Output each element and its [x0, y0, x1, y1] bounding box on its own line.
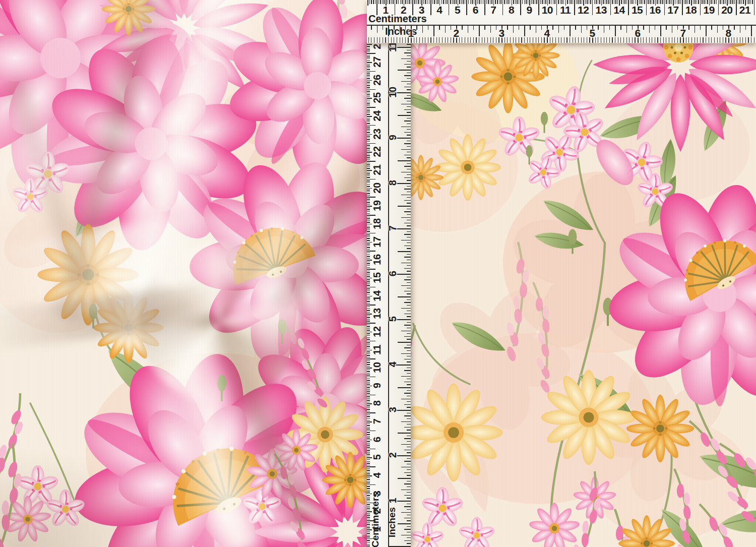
ruler-tick	[407, 293, 411, 294]
ruler-tick	[570, 37, 570, 43]
ruler-tick	[367, 114, 370, 115]
ruler-tick	[367, 355, 370, 356]
ruler-tick	[407, 157, 411, 158]
ruler-tick	[401, 172, 411, 173]
ruler-tick	[391, 37, 392, 43]
ruler-tick	[587, 0, 588, 4]
ruler-tick	[398, 0, 399, 4]
ruler-tick	[506, 0, 507, 4]
ruler-tick	[367, 247, 370, 248]
ruler-tick	[404, 211, 411, 212]
ruler-tick	[367, 123, 370, 124]
inch-number-label: 2	[453, 28, 459, 38]
ruler-tick	[425, 37, 425, 43]
inch-number-label: 8	[388, 180, 398, 186]
ruler-tick	[404, 302, 411, 303]
ruler-tick	[407, 174, 411, 175]
ruler-tick	[666, 25, 667, 30]
ruler-tick	[606, 0, 607, 4]
ruler-tick	[404, 518, 411, 519]
cm-number-label: 27	[372, 56, 382, 67]
ruler-tick	[367, 405, 370, 406]
ruler-tick	[643, 0, 644, 4]
ruler-tick	[401, 399, 411, 400]
ruler-tick	[748, 37, 748, 43]
ruler-tick	[555, 37, 556, 43]
ruler-tick	[398, 478, 411, 479]
ruler-tick	[734, 25, 735, 30]
ruler-tick	[367, 119, 370, 120]
ruler-tick	[375, 0, 376, 4]
ruler-tick	[367, 333, 370, 334]
ruler-tick	[367, 229, 370, 230]
floral-print-artwork-flat	[367, 0, 756, 547]
cm-number-label: 21	[739, 5, 750, 15]
ruler-tick	[367, 267, 370, 268]
inch-number-label: 4	[544, 28, 549, 38]
ruler-tick	[407, 452, 411, 453]
cm-number-label: 22	[372, 147, 382, 157]
ruler-tick	[655, 25, 656, 30]
ruler-tick	[367, 164, 370, 165]
ruler-tick	[367, 447, 370, 448]
ruler-tick	[723, 25, 724, 30]
ruler-tick	[385, 37, 386, 43]
ruler-tick	[367, 490, 370, 491]
inch-number-label: 1	[408, 28, 413, 38]
ruler-tick	[698, 0, 699, 4]
ruler-tick	[367, 305, 375, 306]
ruler-tick	[367, 107, 375, 108]
ruler-tick	[689, 0, 690, 4]
ruler-tick	[401, 512, 411, 513]
ruler-tick	[750, 0, 751, 4]
ruler-tick	[367, 249, 370, 250]
ruler-tick	[405, 37, 406, 43]
ruler-tick	[367, 68, 370, 69]
ruler-tick	[554, 0, 555, 4]
ruler-tick	[407, 345, 411, 345]
ruler-tick	[423, 0, 424, 4]
cm-number-label: 14	[372, 290, 382, 301]
ruler-tick	[367, 263, 370, 264]
ruler-tick	[436, 0, 437, 4]
ruler-tick	[401, 331, 411, 332]
ruler-tick	[401, 81, 411, 82]
ruler-tick	[575, 37, 576, 43]
ruler-tick	[463, 0, 464, 4]
ruler-tick	[367, 240, 370, 241]
ruler-tick	[367, 391, 370, 392]
ruler-tick	[407, 379, 411, 379]
inch-number-label: 8	[725, 28, 731, 38]
ruler-tick	[490, 0, 491, 4]
ruler-tick	[404, 246, 411, 247]
ruler-tick	[367, 411, 370, 412]
ruler-tick	[439, 25, 440, 30]
ruler-tick	[442, 0, 443, 4]
ruler-tick	[657, 37, 658, 43]
ruler-tick	[404, 370, 411, 371]
ruler-tick	[367, 89, 375, 90]
cm-number-label: 6	[473, 5, 478, 15]
ruler-tick	[420, 0, 421, 4]
ruler-tick	[407, 475, 411, 475]
ruler-tick	[585, 0, 586, 4]
ruler-tick	[598, 0, 599, 4]
ruler-tick	[407, 220, 411, 220]
ruler-tick	[367, 69, 370, 70]
ruler-tick	[573, 0, 574, 4]
cm-number-label: 17	[667, 5, 678, 15]
ruler-tick	[404, 98, 411, 99]
ruler-tick	[521, 37, 522, 43]
ruler-tick	[536, 0, 537, 4]
ruler-tick	[738, 0, 739, 4]
ruler-tick	[407, 141, 411, 141]
ruler-tick	[422, 37, 423, 43]
ruler-tick	[612, 0, 613, 4]
ruler-tick	[404, 529, 411, 530]
ruler-tick	[367, 102, 370, 103]
ruler-tick	[367, 53, 375, 54]
ruler-tick	[367, 402, 370, 403]
horizontal-ruler: Centimeters Inches 123456789101112131415…	[367, 0, 756, 43]
ruler-tick	[367, 217, 370, 218]
ruler-tick	[620, 25, 621, 30]
